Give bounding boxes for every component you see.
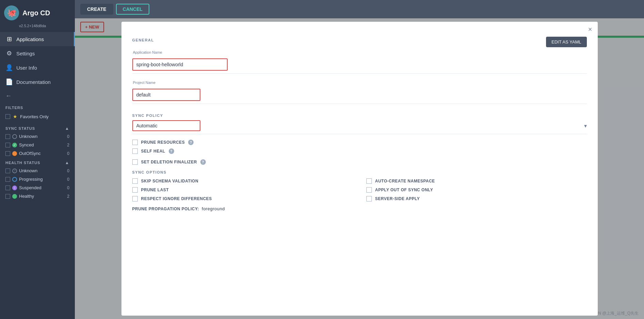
cancel-button[interactable]: CANCEL: [116, 4, 149, 15]
sidebar-item-documentation[interactable]: 📄 Documentation: [0, 75, 75, 89]
top-bar: CREATE CANCEL: [75, 0, 644, 18]
project-name-label: Project Name: [132, 81, 587, 85]
skip-schema-validation-item: SKIP SCHEMA VALIDATION: [132, 178, 353, 184]
sync-policy-options: PRUNE RESOURCES ? SELF HEAL ?: [132, 140, 587, 154]
general-section-label: GENERAL: [132, 38, 154, 42]
filter-healthy[interactable]: Healthy 2: [0, 192, 75, 200]
sync-policy-dropdown-arrow[interactable]: ▾: [584, 123, 587, 129]
out-of-sync-dot: [12, 151, 17, 156]
set-deletion-info[interactable]: ?: [200, 159, 206, 165]
self-heal-info[interactable]: ?: [169, 148, 174, 154]
favorites-label: Favorites Only: [20, 114, 49, 119]
respect-ignore-differences-checkbox[interactable]: [132, 196, 138, 201]
auto-create-namespace-checkbox[interactable]: [366, 178, 372, 184]
app-version: v2.5.2+148d8da: [0, 23, 75, 32]
health-status-collapse[interactable]: ▲: [65, 160, 69, 165]
favorites-only-filter[interactable]: ★ Favorites Only: [5, 112, 69, 121]
progressing-dot: [12, 177, 17, 182]
auto-create-namespace-item: AUTO-CREATE NAMESPACE: [366, 178, 587, 184]
synced-checkbox[interactable]: [5, 143, 10, 147]
app-name: Argo CD: [22, 9, 50, 17]
skip-schema-validation-checkbox[interactable]: [132, 178, 138, 184]
sidebar-item-label: Settings: [16, 51, 35, 56]
suspended-checkbox[interactable]: [5, 185, 10, 190]
modal-header: ×: [121, 22, 598, 33]
sync-policy-section: SYNC POLICY ▾: [132, 113, 587, 134]
filter-out-of-sync[interactable]: OutOfSync 0: [0, 149, 75, 158]
prune-resources-checkbox[interactable]: [132, 140, 138, 145]
filters-title: FILTERS: [5, 106, 69, 110]
sync-options-label: SYNC OPTIONS: [132, 170, 587, 174]
sync-options-grid: SKIP SCHEMA VALIDATION AUTO-CREATE NAMES…: [132, 178, 587, 201]
application-name-group: Application Name: [132, 53, 587, 74]
filter-unknown-health[interactable]: ? Unknown 0: [0, 166, 75, 175]
application-name-input[interactable]: [132, 58, 228, 71]
settings-icon: ⚙: [5, 50, 13, 57]
prune-last-item: PRUNE LAST: [132, 187, 353, 193]
sync-status-header: SYNC STATUS ▲: [0, 123, 75, 132]
filter-unknown-sync[interactable]: Unknown 0: [0, 132, 75, 141]
sidebar-item-settings[interactable]: ⚙ Settings: [0, 46, 75, 60]
sidebar-item-label: Documentation: [16, 79, 51, 85]
prune-last-checkbox[interactable]: [132, 187, 138, 193]
sidebar-item-applications[interactable]: ⊞ Applications: [0, 32, 75, 46]
modal-close-button[interactable]: ×: [588, 26, 592, 33]
unknown-health-dot: ?: [12, 169, 17, 173]
background-panel: + NEW × GENERAL EDIT AS YAML Application…: [75, 18, 644, 319]
star-icon: ★: [13, 114, 17, 119]
synced-dot: ✓: [12, 143, 17, 147]
prune-resources-info[interactable]: ?: [188, 140, 194, 145]
filter-progressing[interactable]: Progressing 0: [0, 175, 75, 183]
unknown-health-checkbox[interactable]: [5, 169, 10, 173]
favorites-checkbox[interactable]: [5, 114, 10, 119]
user-icon: 👤: [5, 64, 13, 71]
applications-icon: ⊞: [5, 35, 13, 43]
prune-resources-row: PRUNE RESOURCES ?: [132, 140, 587, 145]
server-side-apply-item: SERVER-SIDE APPLY: [366, 196, 587, 201]
filter-suspended[interactable]: i Suspended 0: [0, 183, 75, 192]
healthy-dot: [12, 194, 17, 199]
main-content: CREATE CANCEL + NEW × GENERAL EDIT AS YA…: [75, 0, 644, 319]
sidebar-item-label: User Info: [16, 65, 37, 71]
out-of-sync-checkbox[interactable]: [5, 151, 10, 156]
apply-out-of-sync-only-checkbox[interactable]: [366, 187, 372, 193]
self-heal-row: SELF HEAL ?: [132, 148, 587, 154]
application-name-label: Application Name: [132, 50, 587, 54]
prune-propagation-label: PRUNE PROPAGATION POLICY:: [132, 207, 199, 211]
prune-propagation-row: PRUNE PROPAGATION POLICY: foreground: [132, 206, 587, 211]
sidebar-logo: 🐙 Argo CD: [0, 0, 75, 23]
prune-resources-label: PRUNE RESOURCES: [141, 140, 185, 145]
project-name-input[interactable]: [132, 89, 200, 101]
create-button[interactable]: CREATE: [80, 4, 113, 15]
health-status-header: HEALTH STATUS ▲: [0, 158, 75, 166]
modal-body: GENERAL EDIT AS YAML Application Name Pr…: [121, 33, 598, 316]
apply-out-of-sync-only-item: APPLY OUT OF SYNC ONLY: [366, 187, 587, 193]
modal-overlay: × GENERAL EDIT AS YAML Application Name: [75, 18, 644, 319]
sidebar-item-label: Applications: [16, 36, 44, 42]
progressing-checkbox[interactable]: [5, 177, 10, 182]
documentation-icon: 📄: [5, 78, 13, 86]
sidebar-item-user-info[interactable]: 👤 User Info: [0, 60, 75, 75]
set-deletion-label: SET DELETION FINALIZER: [141, 160, 197, 164]
edit-as-yaml-button[interactable]: EDIT AS YAML: [546, 37, 587, 47]
self-heal-label: SELF HEAL: [141, 149, 165, 154]
healthy-checkbox[interactable]: [5, 194, 10, 199]
back-button[interactable]: ←: [0, 89, 75, 103]
logo-icon: 🐙: [4, 5, 19, 20]
suspended-dot: i: [12, 185, 17, 190]
sync-policy-label: SYNC POLICY: [132, 113, 587, 118]
unknown-sync-dot: [12, 134, 17, 139]
set-deletion-checkbox[interactable]: [132, 159, 138, 165]
sidebar: 🐙 Argo CD v2.5.2+148d8da ⊞ Applications …: [0, 0, 75, 319]
filters-section: FILTERS ★ Favorites Only: [0, 103, 75, 123]
create-app-modal: × GENERAL EDIT AS YAML Application Name: [121, 22, 598, 316]
unknown-sync-checkbox[interactable]: [5, 134, 10, 139]
self-heal-checkbox[interactable]: [132, 148, 138, 154]
filter-synced[interactable]: ✓ Synced 2: [0, 141, 75, 149]
sync-status-collapse[interactable]: ▲: [65, 126, 69, 131]
server-side-apply-checkbox[interactable]: [366, 196, 372, 201]
sync-policy-input[interactable]: [132, 120, 200, 131]
prune-propagation-value: foreground: [202, 206, 225, 211]
respect-ignore-differences-item: RESPECT IGNORE DIFFERENCES: [132, 196, 353, 201]
project-name-group: Project Name: [132, 83, 587, 104]
